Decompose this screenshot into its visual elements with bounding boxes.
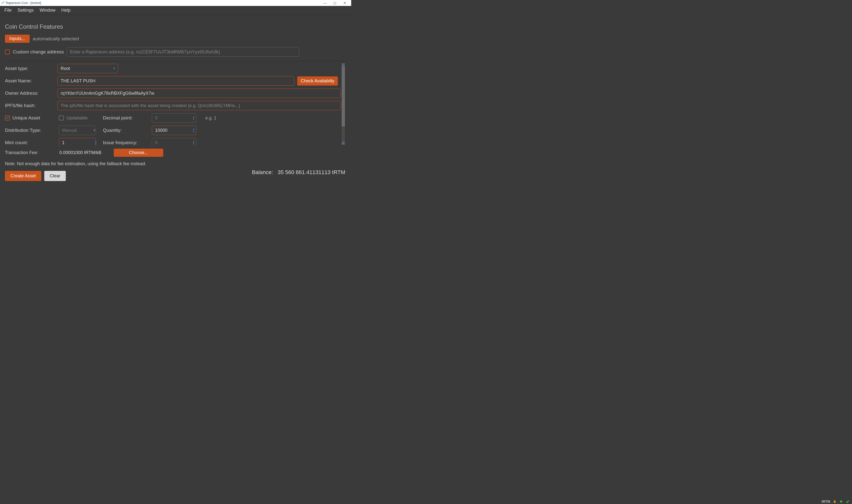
asset-type-value[interactable] <box>57 64 118 73</box>
form-scroll-area: Asset type: ▼ Asset Name: Check Availabi… <box>5 61 346 147</box>
spinner-down-icon[interactable]: ▼ <box>94 143 97 145</box>
distribution-type-value[interactable] <box>59 126 96 135</box>
unique-asset-label: Unique Asset <box>12 115 40 121</box>
scrollbar-track[interactable] <box>342 67 345 142</box>
quantity-spinner[interactable]: ▲▼ <box>152 126 196 135</box>
spinner-down-icon[interactable]: ▼ <box>193 143 195 145</box>
distribution-type-select[interactable]: ▼ <box>59 126 98 135</box>
mint-count-spinner[interactable]: ▲▼ <box>59 138 98 147</box>
clear-button[interactable]: Clear <box>44 171 66 181</box>
asset-name-input[interactable] <box>57 76 294 86</box>
decimal-hint: e.g. 1 <box>205 115 216 121</box>
create-asset-button[interactable]: Create Asset <box>5 171 41 181</box>
distribution-type-label: Distribution Type: <box>5 128 54 133</box>
menu-help[interactable]: Help <box>58 7 73 14</box>
inputs-button[interactable]: Inputs... <box>5 35 30 43</box>
unique-asset-checkbox[interactable] <box>5 115 10 121</box>
decimal-point-label: Decimal point: <box>103 115 147 121</box>
issue-frequency-label: Issue frequency: <box>103 140 147 145</box>
ipfs-label: IPFS/file hash: <box>5 103 54 108</box>
balance-label: Balance: <box>252 169 273 175</box>
content-area: Coin Control Features Inputs... automati… <box>0 15 351 190</box>
issue-frequency-spinner[interactable]: ▲▼ <box>152 138 196 147</box>
window-title: Raptoreum Core - [testnet] <box>6 1 41 5</box>
minimize-button[interactable]: — <box>320 1 330 5</box>
auto-selected-label: automatically selected <box>33 36 79 41</box>
choose-fee-button[interactable]: Choose... <box>114 149 163 157</box>
updatable-label: Updatable <box>66 115 88 121</box>
decimal-point-value[interactable] <box>152 113 196 123</box>
scroll-down-icon[interactable]: ▼ <box>342 142 345 145</box>
menubar: File Settings Window Help <box>0 6 351 15</box>
vertical-scrollbar[interactable]: ▲ ▼ <box>341 63 345 145</box>
custom-change-checkbox[interactable] <box>5 50 10 54</box>
mint-count-value[interactable] <box>59 138 96 147</box>
balance-display: Balance: 35 560 861.41131113 tRTM <box>252 169 345 176</box>
transaction-fee-label: Transaction Fee: <box>5 150 54 155</box>
close-button[interactable]: ✕ <box>340 1 350 5</box>
menu-settings[interactable]: Settings <box>15 7 37 14</box>
maximize-button[interactable]: ◻ <box>330 1 340 5</box>
scrollbar-thumb[interactable] <box>342 67 345 126</box>
asset-type-select[interactable]: ▼ <box>57 64 118 73</box>
asset-name-label: Asset Name: <box>5 78 54 84</box>
owner-address-input[interactable] <box>57 89 341 98</box>
transaction-fee-value: 0.00001000 tRTM/kB <box>59 150 109 155</box>
fee-note: Note: Not enough data for fee estimation… <box>5 161 346 166</box>
ipfs-input[interactable] <box>57 101 341 110</box>
custom-change-label: Custom change address <box>13 49 64 55</box>
menu-window[interactable]: Window <box>37 7 58 14</box>
scroll-up-icon[interactable]: ▲ <box>342 63 345 67</box>
balance-value: 35 560 861.41131113 tRTM <box>277 169 345 175</box>
issue-frequency-value[interactable] <box>152 138 196 147</box>
quantity-value[interactable] <box>152 126 196 135</box>
menu-file[interactable]: File <box>1 7 15 14</box>
asset-type-label: Asset type: <box>5 66 54 71</box>
custom-change-input[interactable] <box>67 47 299 57</box>
section-title: Coin Control Features <box>5 23 346 30</box>
decimal-point-spinner[interactable]: ▲▼ <box>152 113 196 123</box>
mint-count-label: Mint count: <box>5 140 54 145</box>
quantity-label: Quantity: <box>103 128 147 133</box>
updatable-checkbox[interactable] <box>59 115 64 121</box>
check-availability-button[interactable]: Check Availabilty <box>297 76 338 86</box>
spinner-down-icon[interactable]: ▼ <box>193 118 195 121</box>
app-icon <box>1 1 5 5</box>
owner-address-label: Owner Address: <box>5 91 54 96</box>
spinner-down-icon[interactable]: ▼ <box>193 130 195 133</box>
titlebar: Raptoreum Core - [testnet] — ◻ ✕ <box>0 0 351 6</box>
